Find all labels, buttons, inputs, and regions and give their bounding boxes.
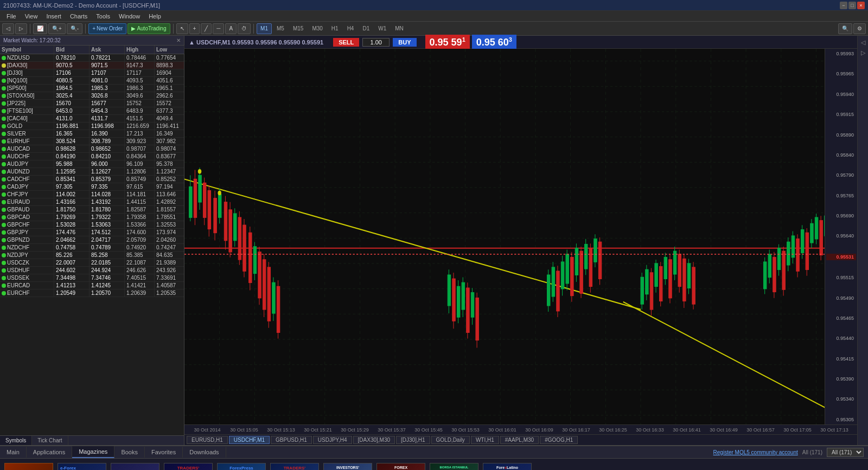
- tf-m5[interactable]: M5: [273, 23, 288, 34]
- search-button[interactable]: 🔍: [838, 23, 852, 34]
- menu-charts[interactable]: Charts: [66, 12, 92, 21]
- market-watch-row[interactable]: GBPJPY 174.476 174.512 174.600 173.974 1…: [0, 229, 184, 236]
- market-watch-row[interactable]: NZDCHF 0.74758 0.74789 0.74920 0.74247 1…: [0, 244, 184, 252]
- magazine-stocks-com[interactable]: TECHNICAL ANALYSIS OF STOCKS & COMMODITI…: [111, 463, 159, 470]
- magazine-forexpress[interactable]: ForexPress ✈️ review ForexPress 2014/04: [217, 463, 266, 470]
- cursor-tool[interactable]: ↖: [176, 23, 188, 34]
- market-watch-row[interactable]: [DAX30] 9070.5 9071.5 9147.3 8898.3 17:2…: [0, 62, 184, 69]
- market-watch-row[interactable]: USDCZK 22.0007 22.0185 22.1087 21.9389 1…: [0, 259, 184, 267]
- menu-view[interactable]: View: [21, 12, 42, 21]
- menu-insert[interactable]: Insert: [42, 12, 66, 21]
- market-watch-row[interactable]: NZDJPY 85.226 85.258 85.385 84.635 17:20…: [0, 252, 184, 259]
- sym-tab-dax30[interactable]: [DAX30],M30: [353, 436, 395, 444]
- sym-tab-dj30[interactable]: [DJ30],H1: [396, 436, 430, 444]
- market-watch-row[interactable]: GOLD 1196.881 1196.998 1216.659 1196.411…: [0, 123, 184, 130]
- quantity-input[interactable]: [362, 38, 390, 47]
- sym-tab-usdchf[interactable]: USDCHF,M1: [229, 436, 270, 444]
- market-watch-row[interactable]: AUDCAD 0.98628 0.98652 0.98707 0.98074 1…: [0, 145, 184, 153]
- sym-tab-gold[interactable]: GOLD,Daily: [431, 436, 470, 444]
- tab-tick-chart[interactable]: Tick Chart: [32, 436, 68, 445]
- sym-tab-eurusd[interactable]: EURUSD,H1: [187, 436, 228, 444]
- autotrading-button[interactable]: ▶ AutoTrading: [127, 23, 170, 34]
- menu-window[interactable]: Window: [114, 12, 144, 21]
- tab-applications[interactable]: Applications: [27, 447, 72, 458]
- menu-tools[interactable]: Tools: [92, 12, 114, 21]
- magazine-forex-trader[interactable]: FOREX TRADER MAGAZINE 📈 The Myth of Algo…: [376, 463, 425, 470]
- tab-books[interactable]: Books: [114, 447, 145, 458]
- chart-canvas[interactable]: 0.95993 0.95965 0.95940 0.95915 0.95890 …: [184, 49, 857, 424]
- tf-mn[interactable]: MN: [391, 23, 407, 34]
- tab-favorites[interactable]: Favorites: [145, 447, 183, 458]
- sell-button[interactable]: SELL: [333, 38, 359, 47]
- market-watch-row[interactable]: SILVER 16.365 16.390 17.213 16.349 17:20…: [0, 130, 184, 138]
- zoom-in-button[interactable]: 🔍+: [48, 23, 66, 34]
- tf-m1[interactable]: M1: [257, 23, 272, 34]
- market-watch-row[interactable]: [SP500] 1984.5 1985.3 1986.3 1965.1 17:2…: [0, 85, 184, 92]
- line-tool[interactable]: ╱: [201, 23, 212, 34]
- magazine-borsa-istanbul[interactable]: BORSA ISTANBUL 🧬 Borsa Istanbu... 2014/0…: [430, 463, 478, 470]
- market-watch-row[interactable]: EURAUD 1.43166 1.43192 1.44115 1.42892 1…: [0, 198, 184, 206]
- market-watch-row[interactable]: [STOXX50] 3025.4 3026.8 3049.6 2962.6 17…: [0, 92, 184, 100]
- market-watch-row[interactable]: USDSEK 7.34498 7.34746 7.40515 7.33691 1…: [0, 274, 184, 282]
- market-watch-row[interactable]: EURHUF 308.524 308.789 309.923 307.982 1…: [0, 138, 184, 145]
- market-watch-row[interactable]: NZDUSD 0.78210 0.78221 0.78446 0.77654 1…: [0, 54, 184, 62]
- crosshair-tool[interactable]: +: [189, 23, 200, 34]
- text-tool[interactable]: A: [225, 23, 237, 34]
- market-watch-row[interactable]: EURCHF 1.20549 1.20570 1.20639 1.20535 1…: [0, 289, 184, 297]
- zoom-out-button[interactable]: 🔍-: [67, 23, 82, 34]
- minimize-button[interactable]: −: [840, 2, 847, 9]
- magazine-traders-de[interactable]: TRADERS' Das Magazin für Börsenhändler 🏛…: [164, 463, 213, 470]
- sym-tab-aapl[interactable]: #AAPL,M30: [500, 436, 539, 444]
- tab-main[interactable]: Main: [0, 447, 27, 458]
- magazine-investors[interactable]: INVESTORS' 👥 INVESTORS' 2014/10: [323, 463, 372, 470]
- forward-button[interactable]: ▷: [15, 23, 27, 34]
- market-watch-row[interactable]: GBPAUD 1.81750 1.81780 1.82587 1.81557 1…: [0, 206, 184, 214]
- menu-file[interactable]: File: [2, 12, 21, 21]
- new-order-button[interactable]: + New Order: [88, 23, 126, 34]
- close-button[interactable]: ×: [857, 2, 865, 9]
- tf-h1[interactable]: H1: [328, 23, 342, 34]
- tf-h4[interactable]: H4: [343, 23, 358, 34]
- period-button[interactable]: ⏱: [238, 23, 251, 34]
- magazine-traders-italy[interactable]: TRADERS' Italy 💼 TRADERS' Italy 2014/09: [270, 463, 319, 470]
- market-watch-row[interactable]: AUDCHF 0.84190 0.84210 0.84364 0.83677 1…: [0, 153, 184, 160]
- new-chart-button[interactable]: 📈: [33, 23, 47, 34]
- market-watch-row[interactable]: CADJPY 97.305 97.335 97.615 97.194 17:20…: [0, 183, 184, 191]
- market-watch-row[interactable]: GBPCAD 1.79269 1.79322 1.79358 1.78551 1…: [0, 214, 184, 221]
- market-watch-row[interactable]: [JP225] 15670 15677 15752 15572 17:20:32: [0, 100, 184, 107]
- market-watch-row[interactable]: [DJ30] 17106 17107 17117 16904 17:20:31: [0, 69, 184, 77]
- settings-button[interactable]: ⚙: [853, 23, 866, 34]
- market-watch-row[interactable]: CHFJPY 114.002 114.028 114.181 113.646 1…: [0, 191, 184, 198]
- market-watch-row[interactable]: GBPCHF 1.53028 1.53063 1.53366 1.32553 1…: [0, 221, 184, 229]
- hline-tool[interactable]: ─: [213, 23, 224, 34]
- market-watch-row[interactable]: AUDNZD 1.12595 1.12627 1.12806 1.12347 1…: [0, 168, 184, 176]
- tf-w1[interactable]: W1: [374, 23, 390, 34]
- tf-d1[interactable]: D1: [359, 23, 373, 34]
- side-btn-2[interactable]: ▷: [860, 48, 866, 57]
- market-watch-row[interactable]: [NQ100] 4080.5 4081.0 4093.5 4051.6 17:2…: [0, 77, 184, 85]
- market-watch-row[interactable]: AUDJPY 95.988 96.000 96.109 95.378 17:20…: [0, 160, 184, 168]
- sym-tab-goog[interactable]: #GOOG,H1: [540, 436, 578, 444]
- market-watch-row[interactable]: EURCAD 1.41213 1.41245 1.41421 1.40587 1…: [0, 282, 184, 289]
- menu-help[interactable]: Help: [144, 12, 165, 21]
- sym-tab-gbpusd[interactable]: GBPUSD,H1: [271, 436, 312, 444]
- tf-m15[interactable]: M15: [289, 23, 307, 34]
- market-watch-row[interactable]: [CAC40] 4131.0 4131.7 4151.5 4049.4 17:2…: [0, 115, 184, 123]
- market-watch-row[interactable]: GBPNZD 2.04662 2.04717 2.05709 2.04260 1…: [0, 236, 184, 244]
- back-button[interactable]: ◁: [2, 23, 14, 34]
- magazine-forexlatino[interactable]: ForexLatino 📰 América Latina ForexLatino…: [483, 463, 532, 470]
- maximize-button[interactable]: □: [848, 2, 856, 9]
- magazine-eforex[interactable]: e-Forex 👔 For the FX professional e-Fore…: [58, 463, 106, 470]
- sym-tab-wti[interactable]: WTI,H1: [471, 436, 499, 444]
- market-watch-row[interactable]: USDHUF 244.602 244.924 246.626 243.926 1…: [0, 267, 184, 274]
- magazine-fx-trader[interactable]: FX TRADER MAGAZINE 🌎 Brazilian edition F…: [4, 463, 53, 470]
- market-watch-row[interactable]: CADCHF 0.85341 0.85379 0.85749 0.85252 1…: [0, 176, 184, 183]
- market-watch-close[interactable]: ✕: [176, 37, 181, 43]
- tab-downloads[interactable]: Downloads: [183, 447, 226, 458]
- tf-m30[interactable]: M30: [308, 23, 326, 34]
- filter-dropdown[interactable]: All (171): [827, 448, 864, 457]
- tab-symbols[interactable]: Symbols: [0, 436, 32, 445]
- register-link[interactable]: Register MQL5 community account: [713, 449, 798, 455]
- side-btn-1[interactable]: ◁: [860, 38, 866, 47]
- buy-button[interactable]: BUY: [393, 38, 416, 47]
